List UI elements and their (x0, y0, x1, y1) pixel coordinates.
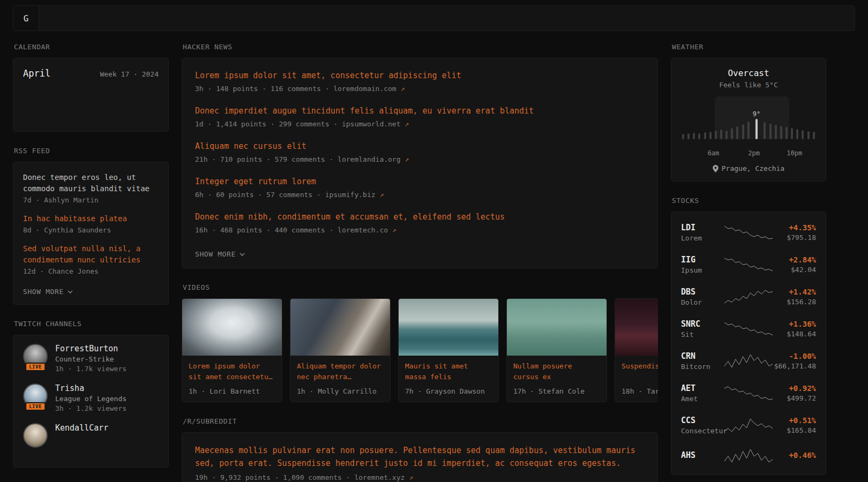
weather-hour-bar (720, 121, 722, 139)
stock-change: +1.42% (774, 288, 816, 296)
rss-item-meta: 7d · Ashlyn Martin (23, 196, 159, 204)
section-title-rss: RSS FEED (14, 147, 169, 155)
twitch-channel-row[interactable]: LIVE Trisha League of Legends 3h · 1.2k … (23, 383, 159, 412)
hackernews-item-source[interactable]: loremlandia.org (338, 155, 400, 163)
twitch-card: LIVE ForrestBurton Counter-Strike 1h · 1… (13, 335, 169, 468)
hackernews-item-source[interactable]: loremtech.co (338, 226, 388, 234)
video-thumbnail[interactable] (290, 299, 390, 356)
rss-item-title[interactable]: Sed volutpat nulla nisl, a condimentum n… (23, 243, 159, 266)
weather-hour-bar (704, 124, 706, 139)
rss-item-title[interactable]: In hac habitasse platea (23, 213, 159, 224)
weather-hour-bar (709, 123, 712, 139)
calendar-day (44, 94, 60, 101)
video-thumbnail[interactable] (399, 299, 498, 356)
video-title[interactable]: Suspendisse diam (622, 361, 658, 382)
avatar: LIVE (23, 423, 48, 448)
hackernews-item-meta: 21h · 710 points · 579 comments · loreml… (195, 155, 645, 163)
avatar: LIVE (23, 344, 48, 368)
location-pin-icon (713, 165, 719, 172)
twitch-channel-row[interactable]: LIVE KendallCarr (23, 423, 159, 448)
video-title[interactable]: Mauris sit amet massa felis (405, 361, 492, 382)
weekday-label (101, 87, 120, 94)
rss-card: Donec tempor eros leo, ut commodo mauris… (13, 162, 169, 305)
hackernews-item-title[interactable]: Integer eget rutrum lorem (195, 176, 645, 187)
hackernews-item-title[interactable]: Donec enim nibh, condimentum et accumsan… (195, 212, 645, 223)
calendar-days-grid (23, 94, 159, 123)
hackernews-item-title[interactable]: Aliquam nec cursus elit (195, 141, 645, 152)
calendar-month: April (23, 68, 50, 79)
section-title-twitch: TWITCH CHANNELS (14, 320, 169, 328)
live-badge: LIVE (25, 363, 46, 371)
video-card[interactable]: Nullam posuere cursus ex 17h · Stefan Co… (506, 298, 607, 402)
weather-hour-bar (682, 125, 684, 139)
video-card[interactable]: Suspendisse diam 18h · Tara (615, 298, 658, 402)
subreddit-card: Maecenas mollis pulvinar erat non posuer… (182, 432, 658, 482)
rss-item-meta: 12d · Chance Jones (23, 267, 159, 275)
subreddit-item-title[interactable]: Maecenas mollis pulvinar erat non posuer… (195, 445, 645, 470)
video-thumbnail[interactable] (615, 299, 658, 356)
stock-sparkline (723, 448, 774, 464)
video-card[interactable]: Aliquam tempor dolor nec pharetra… 1h · … (290, 298, 391, 402)
hackernews-item: Donec imperdiet augue tincidunt felis al… (195, 106, 645, 128)
stock-row: AHS +0.46% (681, 441, 816, 470)
video-title[interactable]: Nullam posuere cursus ex (513, 361, 600, 382)
weather-hour-bar (731, 119, 733, 139)
weather-hour-bar (780, 117, 782, 139)
weather-hour-bar (769, 115, 772, 139)
hackernews-show-more-button[interactable]: SHOW MORE (195, 250, 245, 258)
hackernews-item-title[interactable]: Donec imperdiet augue tincidunt felis al… (195, 106, 645, 117)
stock-row: SNRC Sit +1.36% $148.64 (681, 313, 816, 345)
weekday-label (81, 87, 100, 94)
video-thumbnail[interactable] (182, 299, 282, 356)
stock-sparkline (723, 289, 774, 305)
hackernews-item-meta: 6h · 60 points · 57 comments · ipsumify.… (195, 191, 645, 199)
rss-item-meta: 8d · Cynthia Saunders (23, 226, 159, 234)
external-link-icon: ↗ (401, 85, 405, 93)
video-meta: 1h · Lori Barnett (189, 387, 275, 395)
twitch-channel-row[interactable]: LIVE ForrestBurton Counter-Strike 1h · 1… (23, 344, 159, 373)
stock-change: +0.92% (774, 384, 816, 393)
nav-tab[interactable] (51, 6, 53, 31)
stock-sparkline (723, 321, 774, 337)
weather-hour-bar (715, 122, 717, 139)
time-label: 2pm (748, 149, 760, 157)
stock-price: $165.84 (774, 426, 816, 434)
rss-item-title[interactable]: Donec tempor eros leo, ut commodo mauris… (23, 172, 159, 194)
stock-name: Amet (681, 395, 723, 403)
weekday-label (62, 87, 81, 94)
hackernews-item: Donec enim nibh, condimentum et accumsan… (195, 212, 645, 234)
weather-condition: Overcast (681, 68, 816, 78)
weather-hour-bar (742, 116, 744, 139)
calendar-day (122, 94, 138, 101)
hackernews-item-source[interactable]: ipsumworld.net (342, 120, 401, 128)
weather-section: WEATHER Overcast Feels like 5°C (671, 43, 826, 182)
video-card[interactable]: Lorem ipsum dolor sit amet consectetu… 1… (182, 298, 282, 402)
stock-symbol: CRN (681, 351, 723, 361)
stock-change: +0.46% (774, 451, 816, 460)
nav-tab[interactable] (81, 6, 83, 31)
stock-change: +4.35% (774, 223, 816, 232)
video-title[interactable]: Aliquam tempor dolor nec pharetra… (297, 361, 384, 382)
calendar-day (141, 94, 157, 101)
calendar-weekday-row (23, 87, 159, 94)
hackernews-item-source[interactable]: loremdomain.com (333, 85, 396, 93)
weather-feels-like: Feels like 5°C (681, 81, 816, 89)
weather-hour-bar (796, 120, 798, 139)
section-title-stocks: STOCKS (672, 197, 826, 205)
nav-tab[interactable] (96, 6, 98, 31)
right-column: WEATHER Overcast Feels like 5°C (671, 43, 826, 482)
hackernews-item-source[interactable]: ipsumify.biz (325, 191, 376, 199)
video-card[interactable]: Mauris sit amet massa felis 7h · Grayson… (398, 298, 499, 402)
live-badge: LIVE (25, 402, 46, 411)
weather-hour-bar (791, 119, 793, 139)
twitch-channel-meta: 3h · 1.2k viewers (55, 404, 126, 412)
middle-column: HACKER NEWS Lorem ipsum dolor sit amet, … (182, 43, 658, 482)
video-thumbnail[interactable] (507, 299, 607, 356)
subreddit-item-source[interactable]: loremnet.xyz (354, 473, 405, 481)
nav-tab[interactable] (66, 6, 68, 31)
calendar-week-year: Week 17 · 2024 (100, 70, 159, 78)
stock-change: +0.51% (774, 416, 816, 425)
hackernews-item-title[interactable]: Lorem ipsum dolor sit amet, consectetur … (195, 70, 645, 81)
rss-show-more-button[interactable]: SHOW MORE (23, 288, 73, 296)
video-title[interactable]: Lorem ipsum dolor sit amet consectetu… (189, 361, 275, 382)
